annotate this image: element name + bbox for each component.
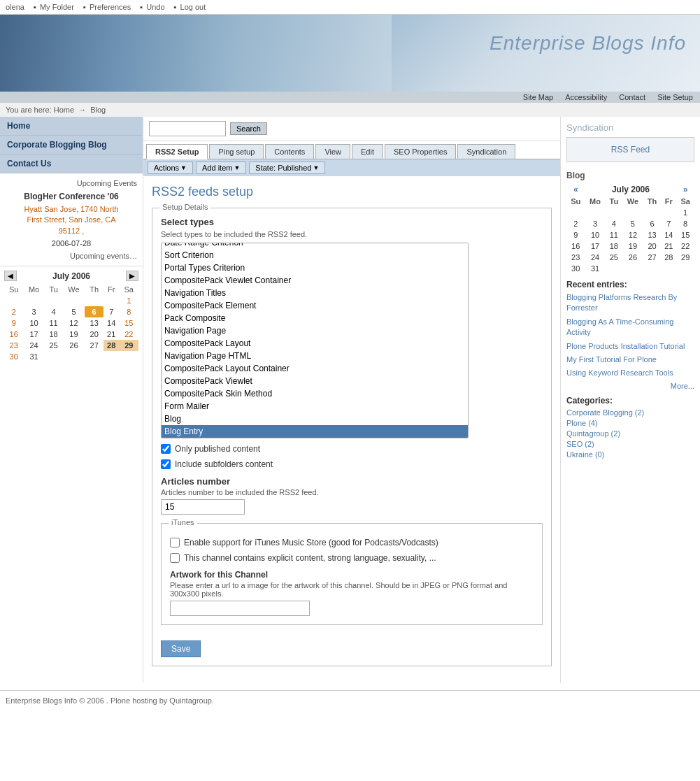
blog-cal-next[interactable]: » (676, 183, 694, 196)
tab-rss2-setup[interactable]: RSS2 Setup (146, 144, 208, 159)
accessibility-link[interactable]: Accessibility (565, 93, 607, 101)
listbox-container: FolderLinkNews ItemFileDate Range Criter… (161, 243, 543, 438)
calendar-prev-button[interactable]: ◀ (4, 271, 17, 281)
site-setup-link[interactable]: Site Setup (657, 93, 693, 101)
cal-day-we: We (63, 284, 85, 295)
left-sidebar: Home Corporate Blogging Blog Contact Us … (0, 117, 143, 683)
logout-link[interactable]: Log out (180, 3, 206, 11)
nav-sep2: ▪ (83, 3, 86, 11)
footer-text: Enterprise Blogs Info © 2006 . Plone hos… (6, 696, 214, 705)
header-nav: Site Map Accessibility Contact Site Setu… (0, 92, 700, 103)
category-1[interactable]: Plone (4) (566, 419, 694, 427)
select-types-desc: Select types to be included the RSS2 fee… (161, 230, 543, 238)
upcoming-events-title: Upcoming Events (6, 179, 137, 187)
categories-title: Categories: (566, 396, 694, 406)
category-0[interactable]: Corporate Blogging (2) (566, 408, 694, 417)
site-map-link[interactable]: Site Map (523, 93, 553, 101)
itunes-checkbox1[interactable] (170, 538, 180, 547)
more-entries-link[interactable]: More... (566, 382, 694, 390)
preferences-link[interactable]: Preferences (90, 3, 131, 11)
tab-view[interactable]: View (315, 144, 350, 159)
only-published-label: Only published content (175, 444, 260, 454)
page-title: RSS2 feeds setup (152, 185, 552, 199)
undo-link[interactable]: Undo (146, 3, 164, 11)
tab-edit[interactable]: Edit (352, 144, 383, 159)
only-published-row: Only published content (161, 444, 543, 454)
event-name: BlogHer Conference '06 (6, 192, 137, 201)
sidebar-item-contact[interactable]: Contact Us (0, 155, 143, 173)
tab-seo-properties[interactable]: SEO Properties (385, 144, 456, 159)
state-button[interactable]: State: Published ▼ (249, 162, 325, 174)
itunes-box-title: iTunes (169, 518, 197, 526)
blog-section-title: Blog (566, 171, 694, 180)
search-input[interactable] (149, 121, 226, 136)
recent-entry-3[interactable]: My First Tutorial For Plone (566, 354, 694, 365)
add-item-arrow-icon: ▼ (234, 164, 240, 171)
breadcrumb-arrow: → (78, 106, 88, 114)
articles-number-input[interactable]: 15 (161, 499, 245, 515)
you-are-here-label: You are here: (6, 106, 52, 114)
recent-entry-1[interactable]: Blogging As A Time-Consuming Activity (566, 317, 694, 338)
category-3[interactable]: SEO (2) (566, 440, 694, 448)
actions-label: Actions (154, 164, 179, 172)
articles-number-desc: Articles number to be included the RSS2 … (161, 488, 543, 496)
upcoming-events-more[interactable]: Upcoming events… (6, 252, 137, 260)
cal-day-su: Su (4, 284, 23, 295)
save-button[interactable]: Save (161, 640, 201, 657)
blog-breadcrumb[interactable]: Blog (90, 106, 106, 114)
include-subfolders-row: Include subfolders content (161, 459, 543, 469)
recent-entry-2[interactable]: Plone Products Installation Tutorial (566, 341, 694, 352)
main-layout: Home Corporate Blogging Blog Contact Us … (0, 117, 700, 683)
nav-sep4: ▪ (174, 3, 177, 11)
category-4[interactable]: Ukraine (0) (566, 450, 694, 459)
itunes-checkbox1-row: Enable support for iTunes Music Store (g… (170, 538, 534, 547)
recent-entry-0[interactable]: Blogging Platforms Research By Forrester (566, 292, 694, 314)
add-item-label: Add item (202, 164, 232, 172)
blog-cal-tu: Tu (606, 196, 622, 207)
calendar-header: ◀ July 2006 ▶ (4, 271, 138, 281)
tab-contents[interactable]: Contents (265, 144, 314, 159)
footer: Enterprise Blogs Info © 2006 . Plone hos… (0, 690, 700, 710)
types-listbox[interactable]: FolderLinkNews ItemFileDate Range Criter… (161, 243, 469, 438)
main-content: RSS2 feeds setup Setup Details Select ty… (143, 176, 560, 683)
event-location: Hyatt San Jose, 1740 North First Street,… (6, 204, 137, 236)
add-item-button[interactable]: Add item ▼ (196, 162, 246, 174)
state-arrow-icon: ▼ (313, 164, 319, 171)
tab-ping-setup[interactable]: Ping setup (209, 144, 264, 159)
calendar-next-button[interactable]: ▶ (126, 271, 138, 281)
blog-cal-sa: Sa (676, 196, 694, 207)
site-title: Enterprise Blogs Info (490, 32, 686, 55)
sidebar-item-corporate[interactable]: Corporate Blogging Blog (0, 136, 143, 155)
setup-details-box: Setup Details Select types Select types … (152, 208, 552, 666)
sidebar-item-home[interactable]: Home (0, 117, 143, 136)
blog-cal-prev[interactable]: « (566, 183, 585, 196)
itunes-box: iTunes Enable support for iTunes Music S… (161, 523, 543, 625)
category-2[interactable]: Quintagroup (2) (566, 429, 694, 438)
home-breadcrumb[interactable]: Home (54, 106, 74, 114)
rss-feed-link[interactable]: RSS Feed (611, 145, 650, 155)
itunes-label2: This channel contains explicit content, … (184, 553, 436, 563)
contact-link[interactable]: Contact (619, 93, 645, 101)
blog-cal-month: July 2006 (585, 183, 676, 196)
cal-day-tu: Tu (45, 284, 63, 295)
include-subfolders-checkbox[interactable] (161, 459, 171, 469)
syndication-title: Syndication (566, 122, 694, 133)
blog-cal-mo: Mo (585, 196, 605, 207)
itunes-checkbox2[interactable] (170, 553, 180, 563)
upcoming-events: Upcoming Events BlogHer Conference '06 H… (0, 173, 143, 266)
actions-button[interactable]: Actions ▼ (148, 162, 193, 174)
user-link[interactable]: olena (6, 3, 24, 11)
my-folder-link[interactable]: My Folder (40, 3, 74, 11)
only-published-checkbox[interactable] (161, 444, 171, 454)
blog-calendar: « July 2006 » Su Mo Tu We Th Fr Sa 1 234… (566, 183, 694, 274)
tab-syndication[interactable]: Syndication (457, 144, 515, 159)
action-bar: Actions ▼ Add item ▼ State: Published ▼ (143, 159, 560, 176)
recent-entry-4[interactable]: Using Keyword Research Tools (566, 368, 694, 378)
right-sidebar: Syndication RSS Feed Blog « July 2006 » … (560, 117, 700, 683)
state-label: State: Published (255, 164, 311, 172)
artwork-input[interactable] (170, 601, 310, 616)
search-button[interactable]: Search (230, 122, 267, 135)
recent-entries-title: Recent entries: (566, 280, 694, 289)
rss-box: RSS Feed (566, 137, 694, 162)
articles-number-label: Articles number (161, 476, 543, 487)
